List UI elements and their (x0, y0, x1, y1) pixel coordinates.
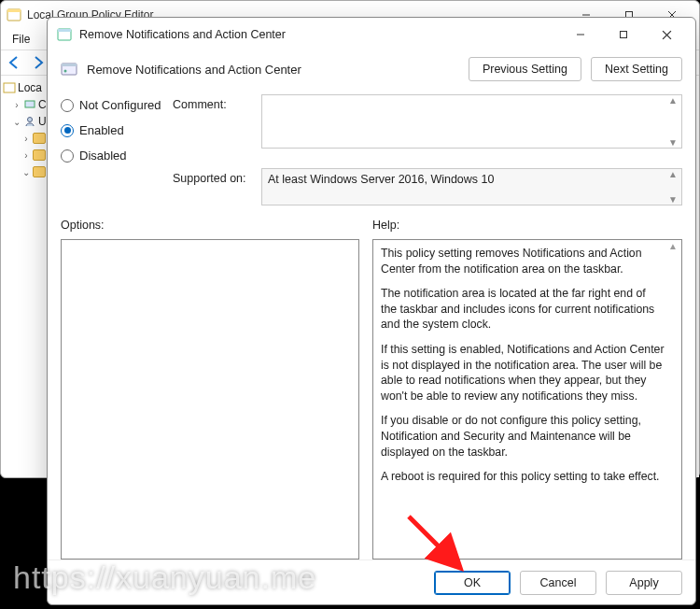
apply-button[interactable]: Apply (606, 571, 682, 595)
policy-item-icon (61, 61, 77, 78)
help-panel: This policy setting removes Notification… (372, 239, 682, 559)
next-setting-button[interactable]: Next Setting (591, 57, 682, 81)
radio-dot-icon (61, 149, 74, 163)
policy-root-icon (3, 81, 16, 94)
folder-icon (33, 149, 46, 161)
comment-label: Comment: (173, 94, 261, 111)
tree-node-c[interactable]: ›C (3, 96, 50, 113)
radio-disabled[interactable]: Disabled (61, 149, 173, 163)
supported-scrollbar[interactable]: ▲▼ (665, 169, 681, 205)
comment-scrollbar[interactable]: ▲▼ (665, 95, 681, 148)
tree-node-3[interactable]: › (3, 130, 50, 147)
svg-rect-1 (7, 9, 21, 12)
back-icon[interactable] (7, 54, 23, 71)
policy-icon (57, 27, 72, 42)
help-paragraph: This policy setting removes Notification… (381, 246, 665, 276)
radio-not-configured[interactable]: Not Configured (61, 98, 173, 112)
tree-node-5[interactable]: ⌄ (3, 163, 50, 180)
help-paragraph: A reboot is required for this policy set… (381, 469, 665, 485)
svg-rect-10 (58, 29, 71, 32)
svg-point-8 (28, 118, 33, 122)
folder-icon (33, 133, 46, 144)
user-config-icon (23, 115, 36, 128)
computer-config-icon (23, 98, 36, 111)
dialog-header: Remove Notifications and Action Center P… (48, 51, 695, 91)
radio-enabled[interactable]: Enabled (61, 123, 173, 137)
scroll-up-icon: ▲ (668, 240, 678, 253)
dialog-heading: Remove Notifications and Action Center (87, 63, 459, 77)
menu-file[interactable]: File (5, 31, 37, 48)
dialog-minimize-button[interactable] (559, 20, 602, 50)
scroll-up-icon: ▲ (668, 169, 678, 179)
tree-root[interactable]: Loca (3, 79, 50, 96)
comment-textarea[interactable]: ▲▼ (261, 94, 682, 149)
svg-rect-12 (621, 32, 627, 38)
options-panel (61, 239, 359, 559)
policy-dialog: Remove Notifications and Action Center R… (47, 17, 696, 605)
svg-point-17 (64, 70, 67, 73)
scroll-down-icon: ▼ (668, 194, 678, 205)
gpedit-tree[interactable]: Loca ›C ⌄U › › ⌄ (1, 76, 53, 477)
svg-rect-6 (4, 83, 15, 92)
dialog-maximize-button[interactable] (602, 20, 645, 50)
help-scrollbar[interactable]: ▲ (665, 240, 681, 559)
help-paragraph: If you disable or do not configure this … (381, 413, 665, 460)
dialog-title: Remove Notifications and Action Center (79, 28, 286, 41)
dialog-close-button[interactable] (645, 20, 688, 50)
radio-dot-icon (61, 124, 74, 137)
ok-button[interactable]: OK (434, 571, 511, 595)
gpedit-app-icon (7, 7, 21, 22)
svg-rect-16 (62, 64, 77, 66)
scroll-up-icon: ▲ (668, 95, 678, 106)
options-label: Options: (61, 219, 359, 232)
help-label: Help: (372, 219, 682, 232)
tree-node-u[interactable]: ⌄U (3, 113, 50, 130)
tree-node-4[interactable]: › (3, 147, 50, 163)
svg-rect-7 (25, 101, 35, 107)
previous-setting-button[interactable]: Previous Setting (469, 57, 581, 81)
folder-icon (33, 166, 46, 177)
forward-icon[interactable] (29, 54, 46, 71)
scroll-down-icon: ▼ (668, 137, 678, 148)
help-paragraph: The notification area is located at the … (381, 286, 665, 333)
radio-dot-icon (61, 99, 74, 112)
help-paragraph: If this setting is enabled, Notification… (381, 342, 665, 404)
cancel-button[interactable]: Cancel (520, 571, 596, 595)
dialog-titlebar: Remove Notifications and Action Center (48, 18, 695, 51)
dialog-footer: OK Cancel Apply (48, 559, 695, 604)
supported-label: Supported on: (173, 168, 261, 185)
supported-on-field: At least Windows Server 2016, Windows 10… (261, 168, 682, 205)
